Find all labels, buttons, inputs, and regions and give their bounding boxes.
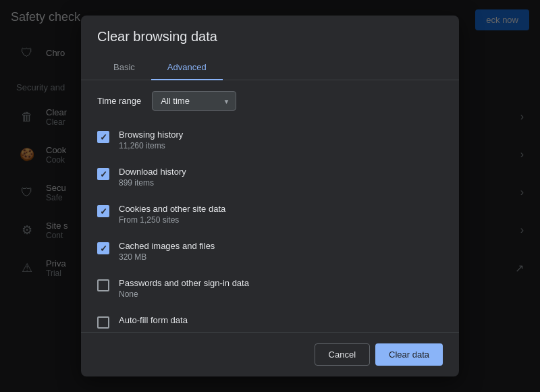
time-range-row: Time range Last hour Last 24 hours Last … [81, 80, 459, 116]
cookies-title: Cookies and other site data [119, 204, 443, 214]
browsing-history-title: Browsing history [119, 130, 443, 140]
time-range-select[interactable]: Last hour Last 24 hours Last 7 days Last… [152, 91, 236, 111]
tab-advanced[interactable]: Advanced [151, 55, 223, 80]
cached-images-sub: 320 MB [119, 252, 443, 262]
list-item: ✓ Browsing history 11,260 items [97, 121, 443, 159]
time-range-label: Time range [97, 96, 141, 106]
autofill-checkbox[interactable] [97, 316, 109, 329]
passwords-checkbox[interactable] [97, 279, 109, 291]
cookies-sub: From 1,250 sites [119, 215, 443, 225]
list-item: ✓ Cookies and other site data From 1,250… [97, 196, 443, 233]
tabs-container: Basic Advanced [81, 55, 459, 80]
modal-title: Clear browsing data [81, 16, 459, 55]
list-item: Passwords and other sign-in data None [97, 270, 443, 307]
clear-browsing-data-modal: Clear browsing data Basic Advanced Time … [81, 16, 459, 376]
cached-images-title: Cached images and files [119, 241, 443, 251]
cancel-button[interactable]: Cancel [315, 343, 370, 366]
modal-overlay: Clear browsing data Basic Advanced Time … [0, 0, 540, 392]
download-history-sub: 899 items [119, 178, 443, 188]
passwords-sub: None [119, 289, 443, 299]
download-history-title: Download history [119, 167, 443, 177]
download-history-checkbox[interactable]: ✓ [97, 168, 109, 180]
list-item: ✓ Cached images and files 320 MB [97, 233, 443, 270]
list-item: Auto-fill form data [97, 307, 443, 332]
browsing-history-checkbox[interactable]: ✓ [97, 131, 109, 143]
browsing-history-sub: 11,260 items [119, 141, 443, 150]
tab-basic[interactable]: Basic [97, 55, 151, 80]
cookies-checkbox[interactable]: ✓ [97, 205, 109, 217]
passwords-title: Passwords and other sign-in data [119, 278, 443, 288]
modal-body: ✓ Browsing history 11,260 items ✓ Downlo… [81, 116, 459, 332]
list-item: ✓ Download history 899 items [97, 159, 443, 196]
autofill-title: Auto-fill form data [119, 315, 443, 325]
modal-footer: Cancel Clear data [81, 332, 459, 376]
time-range-select-wrapper[interactable]: Last hour Last 24 hours Last 7 days Last… [152, 91, 236, 111]
clear-data-button[interactable]: Clear data [375, 343, 443, 366]
cached-images-checkbox[interactable]: ✓ [97, 242, 109, 254]
